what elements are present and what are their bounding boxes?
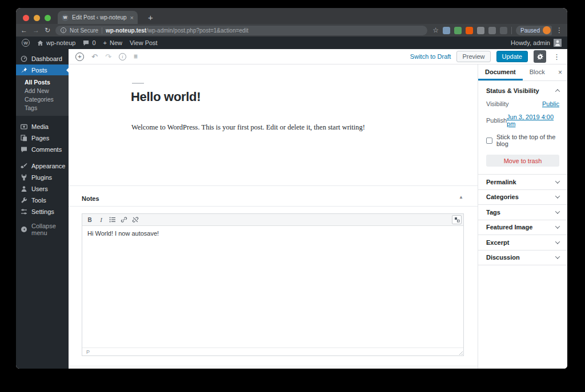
- extension-icon-3[interactable]: [466, 27, 473, 34]
- bookmark-star-icon[interactable]: ☆: [432, 26, 439, 34]
- view-post-link[interactable]: View Post: [130, 39, 158, 46]
- window-controls: [23, 15, 51, 21]
- profile-paused-chip[interactable]: Paused: [516, 26, 552, 35]
- browser-toolbar: ← → ↻ i Not Secure wp-noteup.test/wp-adm…: [16, 24, 567, 37]
- tab-document[interactable]: Document: [478, 64, 523, 80]
- home-icon: [37, 40, 43, 46]
- sidebar-tabs: Document Block ×: [478, 64, 567, 81]
- reload-icon[interactable]: ↻: [45, 27, 50, 34]
- new-label: New: [110, 39, 122, 46]
- visibility-value-link[interactable]: Public: [542, 100, 559, 107]
- block-inserter-icon[interactable]: +: [75, 52, 84, 61]
- new-tab-button[interactable]: +: [146, 11, 155, 24]
- notes-text-area[interactable]: Hi World! I now autosave!: [82, 226, 463, 347]
- notes-collapse-icon[interactable]: ▲: [459, 195, 463, 200]
- insert-link-icon[interactable]: [119, 215, 129, 225]
- account-menu[interactable]: Howdy, admin: [511, 39, 562, 47]
- resize-grip[interactable]: [458, 350, 463, 355]
- back-icon[interactable]: ←: [21, 27, 27, 34]
- sidebar-item-tags[interactable]: Tags: [16, 103, 69, 112]
- camera-icon: [21, 123, 27, 130]
- sidebar-item-media[interactable]: Media: [16, 121, 69, 132]
- zoom-window-button[interactable]: [45, 15, 51, 21]
- extension-icon-4[interactable]: [477, 27, 484, 34]
- extension-icon-2[interactable]: [454, 27, 462, 34]
- sidebar-item-plugins[interactable]: Plugins: [16, 172, 69, 183]
- sidebar-item-posts[interactable]: Posts: [16, 64, 69, 75]
- extension-icon-1[interactable]: [443, 27, 450, 34]
- minimize-window-button[interactable]: [34, 15, 40, 21]
- site-info-icon[interactable]: i: [61, 27, 66, 33]
- switch-to-draft-link[interactable]: Switch to Draft: [410, 53, 451, 60]
- wordpress-favicon-icon: W: [62, 14, 69, 21]
- sidebar-item-settings[interactable]: Settings: [16, 206, 69, 217]
- browser-tab[interactable]: W Edit Post ‹ wp-noteup — Word ×: [58, 11, 138, 24]
- panel-discussion[interactable]: Discussion: [478, 250, 567, 266]
- undo-icon[interactable]: ↶: [91, 52, 98, 61]
- chevron-down-icon: [555, 239, 560, 244]
- panel-excerpt[interactable]: Excerpt: [478, 235, 567, 250]
- editor-header: + ↶ ↷ i ≡ Switch to Draft Preview Update…: [69, 49, 567, 64]
- panel-categories[interactable]: Categories: [478, 190, 567, 205]
- collapse-menu-button[interactable]: Collapse menu: [16, 224, 69, 235]
- sticky-checkbox[interactable]: [486, 138, 492, 144]
- panel-featured-image[interactable]: Featured Image: [478, 220, 567, 236]
- publish-date-link[interactable]: Jun 3, 2019 4:00 pm: [507, 114, 559, 127]
- chevron-down-icon: [555, 254, 560, 259]
- wordpress-logo-icon: W: [22, 39, 30, 47]
- new-content-menu[interactable]: + New: [103, 39, 122, 46]
- close-sidebar-icon[interactable]: ×: [558, 68, 562, 76]
- remove-link-icon[interactable]: [130, 215, 141, 225]
- block-navigation-icon[interactable]: ≡: [134, 52, 138, 60]
- tab-close-icon[interactable]: ×: [130, 14, 134, 21]
- tab-block[interactable]: Block: [523, 64, 552, 80]
- panel-tags[interactable]: Tags: [478, 205, 567, 220]
- wp-logo-menu[interactable]: W: [22, 39, 30, 47]
- sidebar-item-add-new[interactable]: Add New: [16, 86, 69, 95]
- forward-icon[interactable]: →: [33, 27, 39, 34]
- sidebar-item-users[interactable]: Users: [16, 183, 69, 195]
- sidebar-label: Media: [31, 123, 49, 130]
- extension-icon-6[interactable]: [500, 27, 507, 34]
- plug-icon: [21, 174, 27, 181]
- toolbar-toggle-icon[interactable]: [452, 215, 462, 224]
- post-title[interactable]: Hello world!: [131, 90, 201, 104]
- tab-title: Edit Post ‹ wp-noteup — Word: [72, 14, 127, 21]
- post-paragraph[interactable]: Welcome to WordPress. This is your first…: [131, 123, 365, 132]
- sidebar-item-categories[interactable]: Categories: [16, 95, 69, 103]
- bullet-list-icon[interactable]: [107, 215, 118, 225]
- more-tools-icon[interactable]: ⋮: [552, 52, 562, 61]
- italic-button[interactable]: I: [96, 215, 106, 225]
- collapse-icon: [21, 226, 27, 233]
- panel-title: Discussion: [486, 254, 520, 261]
- extension-icon-5[interactable]: [488, 27, 496, 34]
- title-rule: [132, 83, 144, 84]
- address-bar[interactable]: i Not Secure wp-noteup.test/wp-admin/pos…: [55, 26, 427, 35]
- settings-gear-button[interactable]: [534, 50, 546, 63]
- sidebar-item-appearance[interactable]: Appearance: [16, 160, 69, 172]
- panel-permalink[interactable]: Permalink: [478, 175, 567, 190]
- chevron-up-icon[interactable]: [555, 89, 560, 94]
- chevron-down-icon: [555, 179, 560, 183]
- sidebar-item-pages[interactable]: Pages: [16, 132, 69, 144]
- sidebar-item-all-posts[interactable]: All Posts: [16, 78, 69, 86]
- move-to-trash-button[interactable]: Move to trash: [486, 155, 559, 167]
- site-name-menu[interactable]: wp-noteup: [37, 39, 75, 46]
- update-button[interactable]: Update: [496, 51, 528, 62]
- bold-button[interactable]: B: [85, 215, 95, 225]
- comments-menu[interactable]: 0: [83, 39, 95, 46]
- sidebar-item-comments[interactable]: Comments: [16, 144, 69, 155]
- redo-icon[interactable]: ↷: [105, 52, 111, 61]
- comment-count: 0: [92, 39, 95, 46]
- panel-title: Permalink: [486, 179, 516, 185]
- panel-title: Excerpt: [486, 239, 509, 246]
- preview-button[interactable]: Preview: [456, 51, 490, 62]
- sidebar-item-tools[interactable]: Tools: [16, 195, 69, 206]
- close-window-button[interactable]: [23, 15, 29, 21]
- pages-icon: [21, 135, 27, 142]
- sidebar-item-dashboard[interactable]: Dashboard: [16, 53, 69, 64]
- notes-editor: B I Hi World! I now autosave! P: [82, 213, 464, 356]
- content-structure-icon[interactable]: i: [119, 53, 126, 60]
- browser-menu-icon[interactable]: ⋮: [556, 26, 563, 34]
- sticky-label: Stick to the top of the blog: [496, 134, 559, 147]
